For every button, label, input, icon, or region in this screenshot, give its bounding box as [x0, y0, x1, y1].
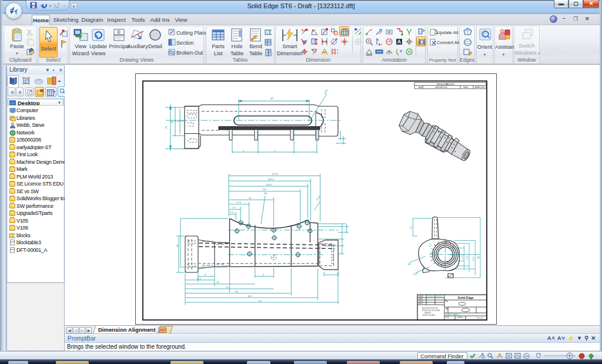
svg-text:A2: A2 — [446, 308, 449, 310]
svg-text:REVISION HISTORY: REVISION HISTORY — [437, 83, 455, 86]
svg-text:R5: R5 — [407, 262, 412, 266]
svg-text:⌀ 26: ⌀ 26 — [466, 255, 469, 260]
svg-text:17.6: 17.6 — [236, 201, 242, 204]
svg-text:181: 181 — [248, 295, 252, 298]
svg-text:FILE: FILE — [446, 316, 449, 319]
svg-text:93: 93 — [226, 286, 229, 289]
svg-text:JN-HB 2 N 4GEN: JN-HB 2 N 4GEN — [422, 314, 435, 316]
svg-text:DATE: DATE — [463, 86, 468, 89]
svg-text:5.5: 5.5 — [428, 243, 432, 247]
svg-text:197: 197 — [258, 299, 262, 302]
svg-text:140: 140 — [262, 188, 267, 191]
svg-text:131: 131 — [235, 290, 239, 293]
svg-text:46: 46 — [176, 244, 179, 247]
svg-text:⌀ 22: ⌀ 22 — [461, 254, 464, 259]
svg-text:SHEET: SHEET — [457, 316, 463, 319]
svg-text:R.13: R.13 — [413, 271, 419, 276]
svg-text:⌀ 32: ⌀ 32 — [472, 257, 474, 261]
svg-text:APPD: APPD — [419, 302, 423, 305]
svg-text:57: 57 — [270, 97, 274, 100]
svg-text:1323112: 1323112 — [476, 317, 483, 319]
svg-text:3.9: 3.9 — [230, 211, 233, 214]
svg-text:4: 4 — [263, 273, 265, 276]
svg-text:219.8: 219.8 — [272, 173, 278, 176]
svg-text:5: 5 — [243, 149, 245, 152]
svg-text:3.50: 3.50 — [323, 89, 329, 95]
svg-text:8: 8 — [205, 273, 206, 276]
svg-text:REV: REV — [419, 86, 422, 89]
svg-text:DRAFT SHEET 1: DRAFT SHEET 1 — [446, 314, 460, 316]
svg-text:159.4: 159.4 — [266, 183, 272, 186]
svg-text:28: 28 — [170, 120, 173, 123]
svg-text:40: 40 — [216, 281, 219, 284]
svg-text:DESCRIPTION: DESCRIPTION — [435, 86, 447, 89]
svg-text:5: 5 — [274, 149, 276, 152]
svg-text:7.5: 7.5 — [232, 206, 236, 209]
svg-text:64: 64 — [477, 257, 480, 259]
svg-text:16: 16 — [409, 226, 412, 229]
svg-text:193.6: 193.6 — [267, 178, 274, 181]
svg-text:13.3: 13.3 — [196, 277, 202, 280]
svg-text:APPROVED: APPROVED — [475, 86, 486, 89]
svg-text:46: 46 — [165, 126, 168, 129]
svg-text:50: 50 — [249, 197, 252, 200]
svg-text:R5: R5 — [264, 192, 267, 195]
svg-text:Solid Edge: Solid Edge — [458, 296, 474, 299]
